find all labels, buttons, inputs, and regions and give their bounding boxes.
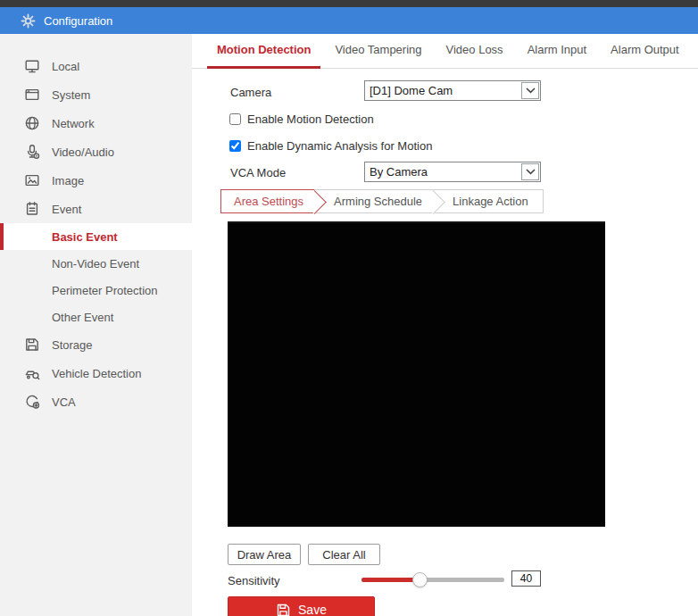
sidebar-item-perimeter-protection[interactable]: Perimeter Protection (0, 277, 192, 304)
draw-area-button[interactable]: Draw Area (228, 544, 301, 565)
camera-select-value: [D1] Dome Cam (365, 84, 521, 97)
sidebar-item-label: Network (52, 117, 95, 130)
sensitivity-slider-thumb[interactable] (412, 572, 428, 587)
picture-icon (24, 172, 40, 188)
enable-dynamic-analysis-label: Enable Dynamic Analysis for Motion (247, 139, 432, 153)
window-icon (24, 87, 40, 103)
sidebar-item-label: Image (52, 174, 84, 187)
monitor-icon (24, 58, 40, 74)
enable-dynamic-analysis-row: Enable Dynamic Analysis for Motion (229, 139, 432, 153)
clipboard-icon (24, 201, 40, 217)
enable-motion-detection-checkbox[interactable] (229, 113, 241, 125)
vca-mode-select[interactable]: By Camera (364, 162, 541, 182)
save-button[interactable]: Save (228, 596, 375, 616)
sidebar-item-label: Vehicle Detection (52, 367, 141, 380)
sidebar-item-label: Storage (52, 338, 93, 352)
save-floppy-icon (276, 603, 291, 616)
configuration-window: Configuration Local System Network Video… (0, 0, 698, 616)
sensitivity-slider-fill (361, 578, 420, 582)
sidebar-item-label: Other Event (52, 311, 113, 324)
sidebar-item-label: Local (52, 60, 79, 73)
tab-alarm-output[interactable]: Alarm Output (601, 34, 689, 69)
enable-dynamic-analysis-checkbox[interactable] (229, 140, 241, 152)
clear-all-button[interactable]: Clear All (308, 544, 380, 565)
subtab-linkage-action[interactable]: Linkage Action (433, 189, 544, 213)
sidebar-item-network[interactable]: Network (0, 109, 192, 137)
sidebar-item-label: VCA (52, 395, 76, 409)
enable-motion-detection-row: Enable Motion Detection (229, 112, 374, 126)
save-button-label: Save (298, 603, 327, 616)
sidebar-item-label: Event (52, 203, 81, 216)
sidebar: Local System Network Video/Audio Image (0, 34, 192, 616)
camera-select[interactable]: [D1] Dome Cam (364, 80, 541, 101)
app-header: Configuration (0, 7, 698, 34)
subtab-bar: Area Settings Arming Schedule Linkage Ac… (220, 189, 544, 213)
sidebar-item-label: Video/Audio (52, 146, 114, 159)
tab-bar: Motion Detection Video Tampering Video L… (192, 34, 698, 69)
video-preview[interactable] (228, 221, 605, 527)
sidebar-item-vehicle-detection[interactable]: Vehicle Detection (0, 359, 192, 387)
sidebar-item-label: Basic Event (52, 230, 118, 244)
microphone-icon (24, 144, 40, 160)
sidebar-item-vca[interactable]: VCA (0, 387, 192, 416)
sidebar-item-other-event[interactable]: Other Event (0, 304, 192, 330)
sidebar-item-label: Perimeter Protection (52, 284, 158, 297)
subtab-area-settings[interactable]: Area Settings (220, 189, 314, 213)
sidebar-item-basic-event[interactable]: Basic Event (0, 223, 192, 250)
sensitivity-value-input[interactable] (511, 570, 541, 587)
camera-label: Camera (230, 86, 271, 99)
vca-mode-select-value: By Camera (365, 165, 521, 179)
sensitivity-label: Sensitivity (228, 574, 280, 587)
sidebar-item-local[interactable]: Local (0, 52, 192, 80)
sidebar-item-image[interactable]: Image (0, 166, 192, 195)
tab-motion-detection[interactable]: Motion Detection (207, 34, 320, 69)
sidebar-item-non-video-event[interactable]: Non-Video Event (0, 250, 192, 277)
sidebar-item-label: System (52, 88, 90, 102)
tab-video-tampering[interactable]: Video Tampering (325, 34, 431, 69)
tab-video-loss[interactable]: Video Loss (436, 34, 513, 69)
sidebar-item-event[interactable]: Event (0, 195, 192, 223)
tab-exception[interactable]: Exce (694, 34, 698, 69)
sidebar-item-label: Non-Video Event (52, 257, 139, 271)
vca-mode-label: VCA Mode (230, 166, 286, 179)
chevron-down-icon[interactable] (521, 82, 539, 99)
globe-icon (24, 115, 40, 131)
vehicle-search-icon (24, 365, 40, 381)
tab-alarm-input[interactable]: Alarm Input (518, 34, 596, 69)
enable-motion-detection-label: Enable Motion Detection (247, 112, 374, 126)
sensitivity-slider-track[interactable] (361, 578, 504, 582)
floppy-icon (24, 337, 40, 353)
gear-icon (21, 13, 36, 29)
subtab-arming-schedule[interactable]: Arming Schedule (314, 189, 433, 213)
chevron-down-icon[interactable] (521, 163, 539, 180)
sidebar-item-storage[interactable]: Storage (0, 330, 192, 359)
app-title: Configuration (44, 14, 112, 28)
main-content: Motion Detection Video Tampering Video L… (192, 34, 698, 616)
window-top-strip (0, 0, 698, 7)
sidebar-item-system[interactable]: System (0, 80, 192, 109)
sidebar-item-video-audio[interactable]: Video/Audio (0, 137, 192, 166)
vca-icon (24, 394, 40, 410)
